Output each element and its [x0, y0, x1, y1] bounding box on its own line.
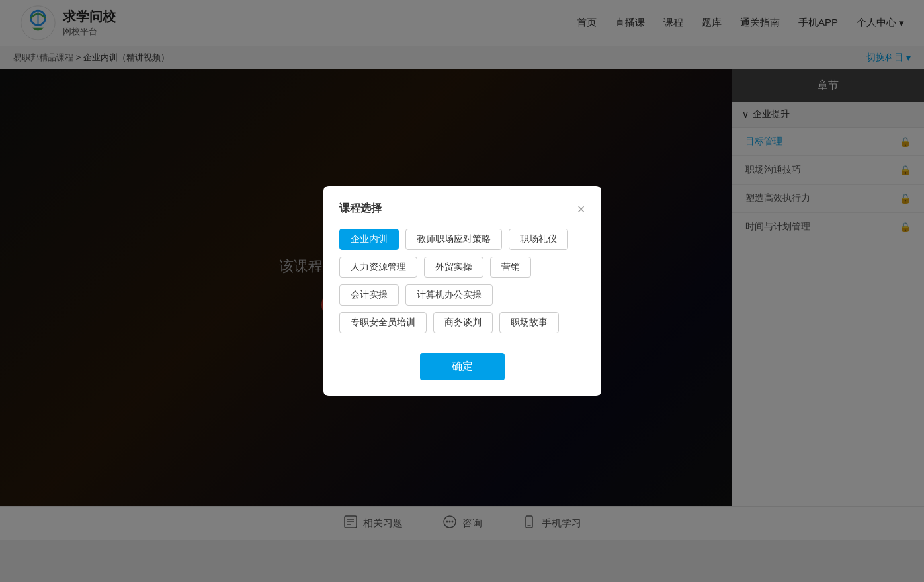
tag-0[interactable]: 企业内训: [339, 229, 399, 250]
tag-7[interactable]: 计算机办公实操: [405, 284, 493, 306]
tag-9[interactable]: 商务谈判: [433, 312, 493, 333]
tag-10[interactable]: 职场故事: [499, 312, 559, 333]
tag-5[interactable]: 营销: [490, 257, 531, 278]
tag-4[interactable]: 外贸实操: [424, 257, 483, 278]
tag-8[interactable]: 专职安全员培训: [339, 312, 427, 333]
course-select-modal: 课程选择 × 企业内训 教师职场应对策略 职场礼仪 人力资源管理 外贸实操 营销…: [323, 186, 601, 396]
tag-6[interactable]: 会计实操: [339, 284, 399, 306]
tag-2[interactable]: 职场礼仪: [509, 229, 568, 250]
tag-1[interactable]: 教师职场应对策略: [405, 229, 502, 250]
modal-close-button[interactable]: ×: [577, 202, 585, 216]
tag-3[interactable]: 人力资源管理: [339, 257, 417, 278]
modal-title: 课程选择: [339, 202, 382, 216]
modal-tags: 企业内训 教师职场应对策略 职场礼仪 人力资源管理 外贸实操 营销 会计实操 计…: [339, 229, 585, 333]
modal-confirm-button[interactable]: 确定: [420, 353, 505, 380]
modal-overlay: 课程选择 × 企业内训 教师职场应对策略 职场礼仪 人力资源管理 外贸实操 营销…: [0, 0, 924, 582]
modal-header: 课程选择 ×: [339, 202, 585, 216]
modal-footer: 确定: [339, 353, 585, 380]
